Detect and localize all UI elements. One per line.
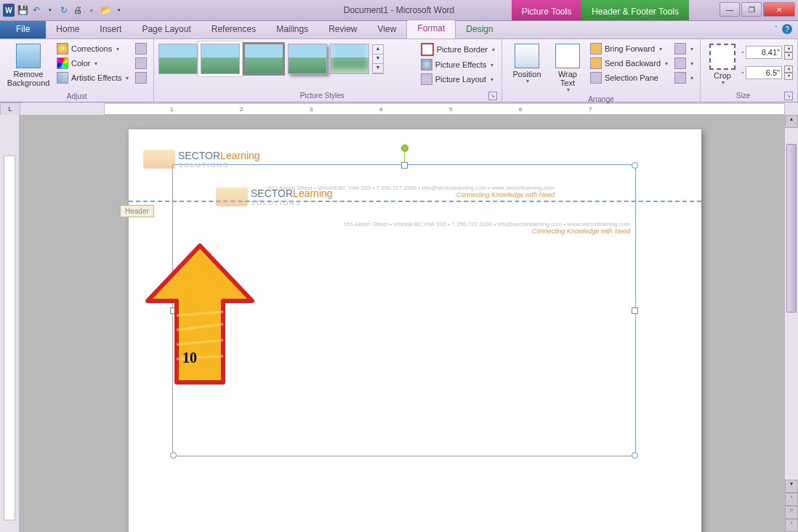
tab-view[interactable]: View <box>368 21 407 39</box>
ruler-tick: 6 <box>519 106 522 113</box>
qat-customize-icon[interactable]: ▾ <box>113 4 125 16</box>
horizontal-ruler[interactable]: 1234567 <box>104 103 785 115</box>
group-adjust: Remove Background Corrections▾ Color▾ Ar… <box>0 39 154 102</box>
vertical-scrollbar[interactable]: ▴ ▾ ◦ ○ ◦ <box>784 115 798 532</box>
picture-selection-box-inner[interactable] <box>520 164 634 455</box>
wrap-text-button[interactable]: Wrap Text▾ <box>549 42 586 95</box>
style-thumb-4[interactable] <box>288 44 327 74</box>
scroll-thumb[interactable] <box>786 144 797 313</box>
document-area: Header SECTORLearning SOLUTIONS 951 Alst… <box>0 115 798 532</box>
width-input[interactable]: 6.5" <box>746 66 782 79</box>
handle-n[interactable] <box>401 162 408 169</box>
tab-selector[interactable]: L <box>0 102 20 116</box>
style-thumb-2[interactable] <box>201 44 240 74</box>
picture-layout-button[interactable]: Picture Layout▾ <box>419 73 497 86</box>
height-down-icon[interactable]: ▾ <box>784 52 793 60</box>
ruler-tick: 7 <box>589 106 592 113</box>
tab-references[interactable]: References <box>201 21 266 39</box>
document-canvas[interactable]: Header SECTORLearning SOLUTIONS 951 Alst… <box>20 115 784 532</box>
tab-home[interactable]: Home <box>46 21 89 39</box>
height-up-icon[interactable]: ▴ <box>784 45 793 52</box>
color-icon <box>57 57 68 69</box>
picture-styles-gallery: ▴ ▾ ▾ <box>158 42 384 76</box>
picture-effects-button[interactable]: Picture Effects▾ <box>419 58 497 71</box>
width-icon <box>742 72 743 73</box>
group-arrange: Position▾ Wrap Text▾ Bring Forward▾ Send… <box>502 39 701 102</box>
annotation-number: 10 <box>182 350 197 365</box>
change-picture-button[interactable] <box>133 57 149 70</box>
tab-page-layout[interactable]: Page Layout <box>132 21 201 39</box>
word-app-icon[interactable]: W <box>3 4 15 16</box>
gallery-more-icon[interactable]: ▾ <box>373 64 383 73</box>
browse-prev-icon[interactable]: ◦ <box>785 493 798 506</box>
gallery-up-icon[interactable]: ▴ <box>373 45 383 55</box>
gallery-down-icon[interactable]: ▾ <box>373 55 383 64</box>
crop-icon <box>709 44 735 70</box>
vertical-ruler[interactable] <box>4 156 15 520</box>
ruler-tick: 1 <box>170 106 173 113</box>
color-button[interactable]: Color▾ <box>55 57 131 70</box>
position-button[interactable]: Position▾ <box>507 42 547 86</box>
height-input[interactable]: 8.41" <box>746 46 782 59</box>
letterhead-logo-icon-2 <box>216 188 248 206</box>
header-region-tab[interactable]: Header <box>120 205 154 217</box>
group-button[interactable]: ▾ <box>672 57 696 70</box>
crop-button[interactable]: Crop▾ <box>705 42 740 88</box>
tab-design[interactable]: Design <box>456 21 503 39</box>
browse-next-icon[interactable]: ◦ <box>785 519 798 532</box>
style-thumb-1[interactable] <box>158 44 198 74</box>
letterhead-logo-icon <box>143 150 175 169</box>
group-picture-styles: ▴ ▾ ▾ Picture Border▾ Picture Effects▾ P… <box>154 39 501 102</box>
scroll-up-icon[interactable]: ▴ <box>785 115 798 128</box>
wrap-text-icon <box>555 44 580 68</box>
ruler-tick: 2 <box>240 106 243 113</box>
scroll-down-icon[interactable]: ▾ <box>785 480 798 493</box>
send-backward-button[interactable]: Send Backward▾ <box>588 57 670 70</box>
annotation-arrow: 10 <box>142 243 258 388</box>
tab-mailings[interactable]: Mailings <box>266 21 318 39</box>
reset-picture-button[interactable] <box>133 71 149 84</box>
minimize-button[interactable]: — <box>720 2 740 17</box>
ruler-tick: 4 <box>379 106 382 113</box>
size-launcher[interactable]: ↘ <box>784 92 793 100</box>
artistic-effects-button[interactable]: Artistic Effects▾ <box>55 71 131 84</box>
tab-format[interactable]: Format <box>406 20 456 39</box>
corrections-button[interactable]: Corrections▾ <box>55 42 131 55</box>
undo-dropdown-icon[interactable]: ▾ <box>44 4 56 16</box>
file-tab[interactable]: File <box>0 21 46 39</box>
rotate-icon <box>674 72 686 84</box>
minimize-ribbon-icon[interactable]: ˆ <box>775 25 778 33</box>
style-thumb-5[interactable] <box>330 44 369 74</box>
selection-pane-button[interactable]: Selection Pane <box>588 71 670 84</box>
remove-background-button[interactable]: Remove Background <box>4 42 52 89</box>
picture-styles-launcher[interactable]: ↘ <box>488 92 497 100</box>
bring-forward-button[interactable]: Bring Forward▾ <box>588 42 670 55</box>
group-label-adjust: Adjust <box>4 92 149 102</box>
maximize-button[interactable]: ❐ <box>741 2 762 17</box>
position-icon <box>515 44 539 68</box>
save-icon[interactable]: 💾 <box>17 4 28 16</box>
handle-sw[interactable] <box>170 452 177 459</box>
redo-icon[interactable]: ↻ <box>58 4 70 16</box>
open-folder-icon[interactable]: 📂 <box>100 4 111 16</box>
close-button[interactable]: ✕ <box>763 2 795 17</box>
tab-insert[interactable]: Insert <box>89 21 132 39</box>
tab-review[interactable]: Review <box>318 21 367 39</box>
width-down-icon[interactable]: ▾ <box>784 73 793 80</box>
print-preview-icon[interactable]: 🖨 <box>72 4 84 16</box>
browse-object-icon[interactable]: ○ <box>785 506 798 519</box>
rotate-button[interactable]: ▾ <box>672 71 696 84</box>
style-thumb-3[interactable] <box>243 42 285 76</box>
rotation-handle[interactable] <box>401 145 408 152</box>
help-icon[interactable]: ? <box>782 24 792 34</box>
group-size: Crop▾ 8.41" ▴▾ 6.5" ▴▾ Size↘ <box>701 39 798 102</box>
compress-pictures-button[interactable] <box>133 42 149 55</box>
ribbon: Remove Background Corrections▾ Color▾ Ar… <box>0 39 798 102</box>
align-button[interactable]: ▾ <box>672 42 696 55</box>
new-doc-icon[interactable]: ▫ <box>86 4 97 16</box>
remove-background-icon <box>16 44 41 68</box>
picture-border-button[interactable]: Picture Border▾ <box>419 42 497 57</box>
group-icon <box>674 57 686 69</box>
width-up-icon[interactable]: ▴ <box>784 65 793 73</box>
undo-icon[interactable]: ↶ <box>31 4 42 16</box>
